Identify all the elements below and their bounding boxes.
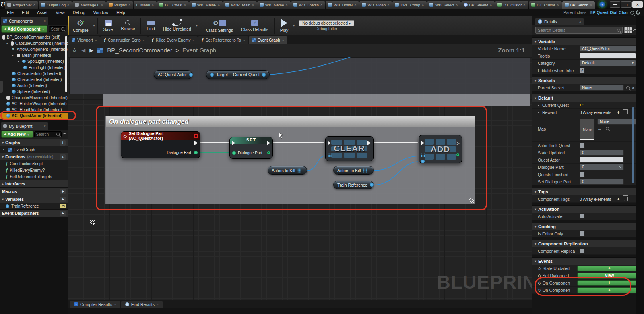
add-event-button[interactable]: + xyxy=(577,266,642,271)
close-icon[interactable]: × xyxy=(95,38,97,42)
close-icon[interactable]: × xyxy=(557,3,559,7)
tab-event-graph[interactable]: Event Graph× xyxy=(249,36,287,44)
window-tab-wb-select[interactable]: WB_Select× xyxy=(427,1,460,9)
eye-icon[interactable] xyxy=(63,133,66,135)
window-tab-wb-mainf[interactable]: WB_MainF× xyxy=(189,1,223,9)
trash-icon[interactable] xyxy=(624,197,628,201)
function-setreferencetotargets[interactable]: ƒSetReferenceToTargets xyxy=(0,173,68,180)
state-updated-field[interactable]: 0 xyxy=(580,150,624,156)
menu-debug[interactable]: Debug xyxy=(69,10,89,15)
close-icon[interactable]: × xyxy=(422,3,424,7)
view-event-button[interactable]: View xyxy=(577,273,642,279)
macros-header[interactable]: Macros+ xyxy=(0,187,68,195)
breadcrumb-root[interactable]: BP_SecondCommander xyxy=(107,47,172,54)
exec-output-pin[interactable] xyxy=(267,141,270,145)
minimize-button[interactable]: — xyxy=(610,1,620,8)
close-icon[interactable]: × xyxy=(193,38,195,42)
close-icon[interactable]: × xyxy=(44,19,46,23)
tab-viewport[interactable]: Viewport× xyxy=(68,36,100,44)
close-icon[interactable]: × xyxy=(523,3,525,7)
tooltip-field[interactable] xyxy=(580,53,636,59)
parent-class-link[interactable]: BP Quest Dial Char xyxy=(590,10,628,15)
expander-icon[interactable]: ▸ xyxy=(538,104,541,107)
component-row-mesh[interactable]: ▾Mesh (Inherited) xyxy=(0,52,68,58)
output-pin[interactable] xyxy=(370,183,374,187)
expander-icon[interactable]: ▸ xyxy=(538,111,541,114)
add-element-icon[interactable]: + xyxy=(617,110,620,115)
component-row-charactermovement[interactable]: CharacterMovement (Inherited) xyxy=(0,95,68,101)
component-row-capsule[interactable]: ▾CapsuleComponent (Inherited) xyxy=(0,40,68,46)
close-icon[interactable]: × xyxy=(354,3,356,7)
expander-icon[interactable]: ▸ xyxy=(3,148,6,151)
add-event-button[interactable]: + xyxy=(577,287,642,293)
quest-actor-field[interactable] xyxy=(580,157,624,163)
chevron-down-icon[interactable]: ▾ xyxy=(293,24,295,27)
hide-unrelated-button[interactable]: Hide Unrelated xyxy=(159,17,195,35)
window-tab-lmenu[interactable]: L_Menu× xyxy=(134,1,157,9)
component-row-sphere[interactable]: Sphere (Inherited) xyxy=(0,89,68,95)
details-tab[interactable]: iDetails× xyxy=(535,18,584,25)
section-header[interactable]: ▾Sockets xyxy=(532,77,644,84)
close-icon[interactable]: × xyxy=(128,3,130,7)
components-tab[interactable]: Components × xyxy=(1,17,48,25)
add-function-button[interactable]: + xyxy=(60,154,66,160)
window-tab-wb-game[interactable]: WB_Game× xyxy=(257,1,291,9)
section-header[interactable]: ▾Tags xyxy=(532,188,644,195)
close-icon[interactable]: × xyxy=(152,3,154,7)
class-settings-button[interactable]: ⚙Class Settings xyxy=(202,17,237,35)
component-row-spotlight[interactable]: ▾SpotLight (Inherited) xyxy=(0,58,68,64)
wrench-icon[interactable] xyxy=(635,10,641,15)
components-scrollbar[interactable] xyxy=(65,36,67,92)
node-get-train-reference[interactable]: Train Reference xyxy=(333,181,374,189)
my-blueprint-search-input[interactable] xyxy=(36,132,56,137)
browse-button[interactable]: Browse xyxy=(117,17,139,35)
close-icon[interactable]: × xyxy=(143,38,145,42)
menu-edit[interactable]: Edit xyxy=(18,10,33,15)
set-dialogue-part-field[interactable]: 0 xyxy=(580,179,624,185)
close-icon[interactable]: × xyxy=(579,20,581,24)
components-search[interactable] xyxy=(49,26,66,32)
variable-trainreference[interactable]: TrainReference xyxy=(0,203,68,209)
my-blueprint-tab[interactable]: My Blueprint × xyxy=(1,122,48,130)
window-tab-wbp-main[interactable]: WBP_Main× xyxy=(223,1,257,9)
dialogue-part-input-pin[interactable] xyxy=(232,151,236,155)
variables-header[interactable]: ▾Variables+ xyxy=(0,195,68,203)
details-search[interactable] xyxy=(535,27,623,34)
close-icon[interactable]: × xyxy=(252,3,254,7)
node-set-variable[interactable]: SET Dialogue Part xyxy=(229,137,273,159)
window-tab-message-log[interactable]: Message L× xyxy=(72,1,106,9)
dialogue-part-field[interactable]: 0↘ xyxy=(580,164,624,170)
quests-finished-checkbox[interactable] xyxy=(580,172,585,177)
is-editor-only-checkbox[interactable] xyxy=(580,231,585,236)
details-search-input[interactable] xyxy=(538,28,617,33)
new-item-pin[interactable] xyxy=(421,160,425,163)
output-pin[interactable] xyxy=(262,73,266,77)
component-row-arrow[interactable]: ↖ArrowComponent (Inherited) xyxy=(0,46,68,52)
section-header[interactable]: ▾Events xyxy=(532,257,644,265)
revert-icon[interactable]: ↩ xyxy=(580,102,583,108)
add-new-button[interactable]: + Add New ▾ xyxy=(1,131,33,138)
graphs-header[interactable]: ▾Graphs+ xyxy=(0,139,68,146)
section-header[interactable]: ▾Default xyxy=(532,94,644,102)
node-array-clear[interactable]: CLEAR xyxy=(325,136,374,161)
tab-killed-every-enemy[interactable]: ƒKilled Every Enemy× xyxy=(148,36,198,44)
node-get-actors-to-kill-2[interactable]: Actors to Kill xyxy=(333,166,374,175)
close-icon[interactable]: × xyxy=(157,302,159,306)
add-variable-button[interactable]: + xyxy=(60,197,66,202)
parent-socket-field[interactable]: None xyxy=(580,85,624,91)
component-row-characterinfo[interactable]: CharacterInfo (Inherited) xyxy=(0,71,68,77)
close-icon[interactable]: × xyxy=(286,3,288,7)
add-component-button[interactable]: + Add Component ▾ xyxy=(1,25,47,33)
component-row-ac-questactor[interactable]: AC_QuestActor (Inherited) xyxy=(0,113,68,119)
close-icon[interactable]: × xyxy=(490,3,492,7)
close-icon[interactable]: × xyxy=(218,3,220,7)
chevron-down-icon[interactable]: ▾ xyxy=(93,24,95,27)
input-pin[interactable] xyxy=(210,73,214,77)
close-icon[interactable]: × xyxy=(44,124,46,128)
editable-checkbox[interactable]: ✓ xyxy=(580,68,585,73)
visibility-toggle[interactable] xyxy=(60,204,66,208)
trash-icon[interactable] xyxy=(624,110,628,114)
my-blueprint-search[interactable] xyxy=(34,131,62,137)
component-row-ac-headrotator[interactable]: AC_HeadRotator (Inherited) xyxy=(0,107,68,113)
clear-icon[interactable]: × xyxy=(632,85,634,90)
